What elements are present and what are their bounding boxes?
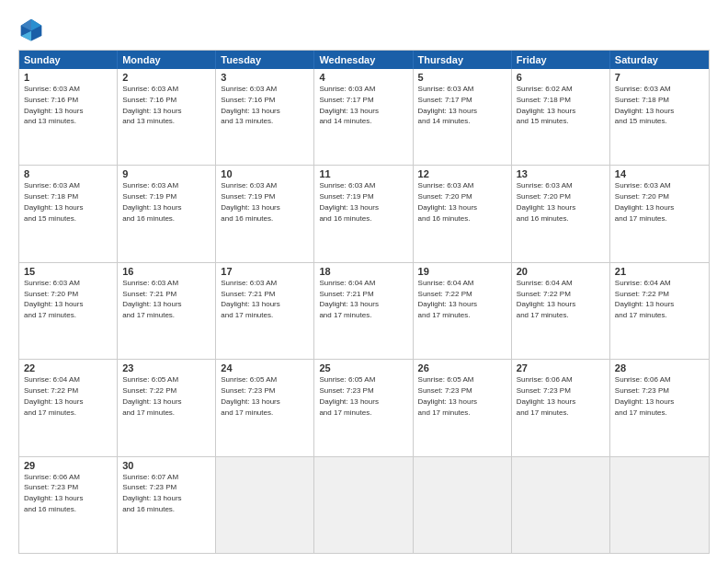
day-number: 2: [122, 72, 210, 83]
header-day-friday: Friday: [512, 51, 610, 69]
day-info: Sunrise: 6:03 AMSunset: 7:17 PMDaylight:…: [319, 85, 378, 125]
calendar-cell-14: 14Sunrise: 6:03 AMSunset: 7:20 PMDayligh…: [610, 166, 709, 261]
day-info: Sunrise: 6:05 AMSunset: 7:23 PMDaylight:…: [319, 375, 378, 416]
day-info: Sunrise: 6:04 AMSunset: 7:22 PMDaylight:…: [615, 279, 674, 319]
logo: [18, 17, 48, 42]
day-info: Sunrise: 6:03 AMSunset: 7:20 PMDaylight:…: [418, 181, 477, 222]
calendar-cell-26: 26Sunrise: 6:05 AMSunset: 7:23 PMDayligh…: [414, 360, 512, 455]
day-number: 24: [221, 362, 309, 373]
day-info: Sunrise: 6:03 AMSunset: 7:19 PMDaylight:…: [221, 181, 279, 222]
calendar-cell-28: 28Sunrise: 6:06 AMSunset: 7:23 PMDayligh…: [610, 360, 709, 455]
day-info: Sunrise: 6:03 AMSunset: 7:18 PMDaylight:…: [615, 85, 674, 125]
calendar-cell-23: 23Sunrise: 6:05 AMSunset: 7:22 PMDayligh…: [118, 360, 216, 455]
page: SundayMondayTuesdayWednesdayThursdayFrid…: [0, 0, 728, 563]
day-number: 9: [122, 168, 210, 179]
calendar-cell-empty-3-6: [610, 457, 709, 553]
calendar-cell-empty-3-2: [216, 457, 314, 553]
calendar-cell-4: 4Sunrise: 6:03 AMSunset: 7:17 PMDaylight…: [314, 69, 413, 165]
day-info: Sunrise: 6:03 AMSunset: 7:18 PMDaylight:…: [24, 181, 83, 222]
calendar-cell-17: 17Sunrise: 6:03 AMSunset: 7:21 PMDayligh…: [216, 263, 314, 359]
day-info: Sunrise: 6:03 AMSunset: 7:20 PMDaylight:…: [517, 181, 575, 222]
day-number: 22: [24, 362, 112, 373]
calendar: SundayMondayTuesdayWednesdayThursdayFrid…: [18, 50, 710, 554]
day-info: Sunrise: 6:03 AMSunset: 7:19 PMDaylight:…: [122, 181, 181, 222]
day-number: 21: [615, 266, 704, 277]
day-number: 13: [517, 168, 605, 179]
calendar-cell-22: 22Sunrise: 6:04 AMSunset: 7:22 PMDayligh…: [19, 360, 118, 455]
day-info: Sunrise: 6:02 AMSunset: 7:18 PMDaylight:…: [517, 85, 575, 125]
day-info: Sunrise: 6:03 AMSunset: 7:20 PMDaylight:…: [24, 279, 83, 319]
day-info: Sunrise: 6:04 AMSunset: 7:22 PMDaylight:…: [24, 375, 83, 416]
header-day-thursday: Thursday: [414, 51, 512, 69]
calendar-cell-7: 7Sunrise: 6:03 AMSunset: 7:18 PMDaylight…: [610, 69, 709, 165]
day-info: Sunrise: 6:05 AMSunset: 7:22 PMDaylight:…: [122, 375, 181, 416]
header-day-wednesday: Wednesday: [314, 51, 413, 69]
calendar-cell-19: 19Sunrise: 6:04 AMSunset: 7:22 PMDayligh…: [414, 263, 512, 359]
header-day-sunday: Sunday: [19, 51, 118, 69]
calendar-body: 1Sunrise: 6:03 AMSunset: 7:16 PMDaylight…: [19, 69, 709, 553]
calendar-cell-2: 2Sunrise: 6:03 AMSunset: 7:16 PMDaylight…: [118, 69, 216, 165]
calendar-cell-21: 21Sunrise: 6:04 AMSunset: 7:22 PMDayligh…: [610, 263, 709, 359]
calendar-cell-20: 20Sunrise: 6:04 AMSunset: 7:22 PMDayligh…: [512, 263, 610, 359]
day-info: Sunrise: 6:04 AMSunset: 7:22 PMDaylight:…: [517, 279, 575, 319]
day-number: 12: [418, 168, 506, 179]
day-info: Sunrise: 6:04 AMSunset: 7:22 PMDaylight:…: [418, 279, 477, 319]
calendar-cell-11: 11Sunrise: 6:03 AMSunset: 7:19 PMDayligh…: [314, 166, 413, 261]
day-info: Sunrise: 6:03 AMSunset: 7:19 PMDaylight:…: [319, 181, 378, 222]
day-number: 4: [319, 72, 407, 83]
calendar-cell-5: 5Sunrise: 6:03 AMSunset: 7:17 PMDaylight…: [414, 69, 512, 165]
day-number: 3: [221, 72, 309, 83]
day-info: Sunrise: 6:03 AMSunset: 7:16 PMDaylight:…: [24, 85, 83, 125]
day-number: 15: [24, 266, 112, 277]
day-info: Sunrise: 6:03 AMSunset: 7:17 PMDaylight:…: [418, 85, 477, 125]
day-info: Sunrise: 6:05 AMSunset: 7:23 PMDaylight:…: [221, 375, 279, 416]
calendar-row-4: 22Sunrise: 6:04 AMSunset: 7:22 PMDayligh…: [19, 359, 709, 455]
calendar-cell-29: 29Sunrise: 6:06 AMSunset: 7:23 PMDayligh…: [19, 457, 118, 553]
calendar-cell-25: 25Sunrise: 6:05 AMSunset: 7:23 PMDayligh…: [314, 360, 413, 455]
calendar-cell-13: 13Sunrise: 6:03 AMSunset: 7:20 PMDayligh…: [512, 166, 610, 261]
day-info: Sunrise: 6:06 AMSunset: 7:23 PMDaylight:…: [615, 375, 674, 416]
day-info: Sunrise: 6:03 AMSunset: 7:16 PMDaylight:…: [221, 85, 279, 125]
day-number: 8: [24, 168, 112, 179]
calendar-cell-18: 18Sunrise: 6:04 AMSunset: 7:21 PMDayligh…: [314, 263, 413, 359]
day-number: 17: [221, 266, 309, 277]
calendar-header: SundayMondayTuesdayWednesdayThursdayFrid…: [19, 51, 709, 69]
day-number: 11: [319, 168, 407, 179]
calendar-cell-9: 9Sunrise: 6:03 AMSunset: 7:19 PMDaylight…: [118, 166, 216, 261]
calendar-cell-27: 27Sunrise: 6:06 AMSunset: 7:23 PMDayligh…: [512, 360, 610, 455]
day-number: 23: [122, 362, 210, 373]
day-number: 1: [24, 72, 112, 83]
day-number: 20: [517, 266, 605, 277]
day-number: 30: [122, 460, 210, 471]
day-number: 7: [615, 72, 704, 83]
day-number: 25: [319, 362, 407, 373]
calendar-cell-16: 16Sunrise: 6:03 AMSunset: 7:21 PMDayligh…: [118, 263, 216, 359]
day-number: 27: [517, 362, 605, 373]
calendar-cell-15: 15Sunrise: 6:03 AMSunset: 7:20 PMDayligh…: [19, 263, 118, 359]
day-info: Sunrise: 6:04 AMSunset: 7:21 PMDaylight:…: [319, 279, 378, 319]
calendar-cell-30: 30Sunrise: 6:07 AMSunset: 7:23 PMDayligh…: [118, 457, 216, 553]
calendar-row-5: 29Sunrise: 6:06 AMSunset: 7:23 PMDayligh…: [19, 456, 709, 553]
calendar-cell-empty-3-5: [512, 457, 610, 553]
calendar-cell-empty-3-3: [314, 457, 413, 553]
day-number: 18: [319, 266, 407, 277]
day-info: Sunrise: 6:06 AMSunset: 7:23 PMDaylight:…: [24, 473, 83, 513]
calendar-cell-1: 1Sunrise: 6:03 AMSunset: 7:16 PMDaylight…: [19, 69, 118, 165]
calendar-cell-10: 10Sunrise: 6:03 AMSunset: 7:19 PMDayligh…: [216, 166, 314, 261]
day-number: 16: [122, 266, 210, 277]
day-number: 6: [517, 72, 605, 83]
day-info: Sunrise: 6:05 AMSunset: 7:23 PMDaylight:…: [418, 375, 477, 416]
day-number: 26: [418, 362, 506, 373]
header-day-monday: Monday: [118, 51, 216, 69]
calendar-cell-6: 6Sunrise: 6:02 AMSunset: 7:18 PMDaylight…: [512, 69, 610, 165]
header-day-saturday: Saturday: [610, 51, 709, 69]
calendar-cell-empty-3-4: [414, 457, 512, 553]
header-day-tuesday: Tuesday: [216, 51, 314, 69]
calendar-cell-3: 3Sunrise: 6:03 AMSunset: 7:16 PMDaylight…: [216, 69, 314, 165]
calendar-cell-8: 8Sunrise: 6:03 AMSunset: 7:18 PMDaylight…: [19, 166, 118, 261]
calendar-cell-12: 12Sunrise: 6:03 AMSunset: 7:20 PMDayligh…: [414, 166, 512, 261]
calendar-row-3: 15Sunrise: 6:03 AMSunset: 7:20 PMDayligh…: [19, 262, 709, 359]
day-info: Sunrise: 6:03 AMSunset: 7:20 PMDaylight:…: [615, 181, 674, 222]
day-number: 5: [418, 72, 506, 83]
day-info: Sunrise: 6:03 AMSunset: 7:21 PMDaylight:…: [122, 279, 181, 319]
